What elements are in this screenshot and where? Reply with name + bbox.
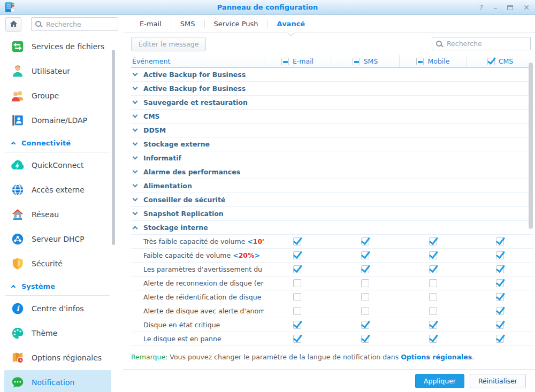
maximize-button[interactable] xyxy=(507,5,513,10)
checkbox-cell xyxy=(264,251,331,259)
checkbox-cms[interactable] xyxy=(496,335,504,343)
checkbox-sms[interactable] xyxy=(361,307,369,315)
checkbox-email[interactable] xyxy=(293,265,301,273)
sidebar-item-services-de-fichiers[interactable]: Services de fichiers xyxy=(4,34,111,59)
checkbox-cms[interactable] xyxy=(496,251,504,259)
home-button[interactable] xyxy=(5,17,21,32)
checkbox-mobile[interactable] xyxy=(429,335,437,343)
group-label: DDSM xyxy=(143,126,166,134)
edit-message-button[interactable]: Éditer le message xyxy=(131,37,206,51)
checkbox-indeterminate-icon[interactable] xyxy=(281,58,289,65)
sidebar-item-domaine-ldap[interactable]: Domaine/LDAP xyxy=(4,108,111,133)
checkbox-sms[interactable] xyxy=(361,251,369,259)
tab-e-mail[interactable]: E-mail xyxy=(131,15,170,33)
tab-service-push[interactable]: Service Push xyxy=(205,15,267,33)
column-header-sms[interactable]: SMS xyxy=(331,55,399,67)
reset-button[interactable]: Réinitialiser xyxy=(470,374,526,388)
group-row-snapshot-replication[interactable]: Snapshot Replication xyxy=(131,207,533,221)
regional-options-link[interactable]: Options régionales xyxy=(401,353,472,361)
column-header-event[interactable]: Événement xyxy=(131,57,264,65)
sidebar-item-quickconnect[interactable]: QuickConnect xyxy=(4,153,111,178)
help-button[interactable]: ? xyxy=(479,0,483,15)
group-row-informatif[interactable]: Informatif xyxy=(131,151,533,165)
sidebar-item-reseau[interactable]: Réseau xyxy=(4,202,111,227)
checkbox-sms[interactable] xyxy=(361,293,369,301)
checkbox-email[interactable] xyxy=(293,251,301,259)
checkbox-sms[interactable] xyxy=(361,237,369,245)
checkbox-email[interactable] xyxy=(293,321,301,329)
content-scrollbar-thumb[interactable] xyxy=(529,63,533,229)
threshold-bracket: < xyxy=(247,237,253,245)
event-label: Alerte de disque avec alerte d'anomal... xyxy=(131,307,264,315)
group-row-cms[interactable]: CMS xyxy=(131,110,533,124)
checkbox-sms[interactable] xyxy=(361,279,369,287)
checkbox-mobile[interactable] xyxy=(429,307,437,315)
tab-avance[interactable]: Avancé xyxy=(269,15,314,33)
group-row-stockage-interne[interactable]: Stockage interne xyxy=(131,221,533,235)
sidebar-item-securite[interactable]: Sécurité xyxy=(4,251,111,276)
apply-button[interactable]: Appliquer xyxy=(415,374,464,388)
checkbox-email[interactable] xyxy=(293,279,301,287)
checkbox-cms[interactable] xyxy=(496,237,504,245)
sidebar-item-notification[interactable]: Notification xyxy=(4,370,111,392)
checkbox-email[interactable] xyxy=(293,293,301,301)
column-header-e-mail[interactable]: E-mail xyxy=(264,55,331,67)
group-row-stockage-externe[interactable]: Stockage externe xyxy=(131,137,533,151)
group-row-active-backup-for-business[interactable]: Active Backup for Business xyxy=(131,82,533,96)
group-row-active-backup-for-business[interactable]: Active Backup for Business xyxy=(131,68,533,82)
group-row-conseiller-de-securite[interactable]: Conseiller de sécurité xyxy=(131,193,533,207)
checkbox-sms[interactable] xyxy=(361,335,369,343)
tab-sms[interactable]: SMS xyxy=(172,15,204,33)
checkbox-sms[interactable] xyxy=(361,321,369,329)
checkbox-mobile[interactable] xyxy=(429,237,437,245)
sidebar-item-serveur-dhcp[interactable]: Serveur DHCP xyxy=(4,227,111,251)
minimize-button[interactable]: – xyxy=(493,0,497,15)
sidebar-item-centre-d-infos[interactable]: iCentre d'infos xyxy=(4,296,111,321)
column-header-label: E-mail xyxy=(293,57,314,65)
checkbox-mobile[interactable] xyxy=(429,265,437,273)
checkbox-email[interactable] xyxy=(293,307,301,315)
checkbox-indeterminate-icon[interactable] xyxy=(353,58,360,65)
group-row-alarme-des-performances[interactable]: Alarme des performances xyxy=(131,165,533,179)
note-prefix: Remarque: xyxy=(131,353,167,361)
checkbox-checked-icon[interactable] xyxy=(487,58,495,65)
checkbox-mobile[interactable] xyxy=(429,293,437,301)
sidebar-item-options-regionales[interactable]: Options régionales xyxy=(4,345,111,370)
sidebar-section-connectivite[interactable]: Connectivité xyxy=(0,133,123,153)
toolbar: Éditer le message xyxy=(123,33,535,55)
checkbox-cms[interactable] xyxy=(496,307,504,315)
checkbox-mobile[interactable] xyxy=(429,251,437,259)
checkbox-cell xyxy=(264,335,331,343)
checkbox-cms[interactable] xyxy=(496,265,504,273)
sidebar-item-utilisateur[interactable]: Utilisateur xyxy=(4,59,111,83)
event-row: Alerte de disque avec alerte d'anomal... xyxy=(131,304,533,318)
checkbox-sms[interactable] xyxy=(361,265,369,273)
group-label: Stockage externe xyxy=(143,140,210,148)
group-row-sauvegarde-et-restauration[interactable]: Sauvegarde et restauration xyxy=(131,96,533,110)
checkbox-cms[interactable] xyxy=(496,321,504,329)
checkbox-cms[interactable] xyxy=(496,279,504,287)
chevron-down-icon xyxy=(133,141,138,146)
table-search-input[interactable] xyxy=(432,37,531,50)
checkbox-cell xyxy=(264,237,331,245)
group-row-ddsm[interactable]: DDSM xyxy=(131,124,533,137)
sidebar-section-systeme[interactable]: Système xyxy=(0,276,123,296)
sidebar-scrollbar-thumb[interactable] xyxy=(112,50,115,245)
column-header-mobile[interactable]: Mobile xyxy=(399,55,467,67)
sidebar-item-acces-externe[interactable]: Accès externe xyxy=(4,178,111,202)
close-button[interactable]: ✕ xyxy=(523,0,530,15)
column-header-cms[interactable]: CMS xyxy=(467,55,533,67)
sidebar-search-input[interactable] xyxy=(31,17,118,31)
checkbox-mobile[interactable] xyxy=(429,279,437,287)
sidebar-item-theme[interactable]: Thème xyxy=(4,321,111,345)
checkbox-cms[interactable] xyxy=(496,293,504,301)
checkbox-email[interactable] xyxy=(293,237,301,245)
checkbox-indeterminate-icon[interactable] xyxy=(416,58,424,65)
checkbox-mobile[interactable] xyxy=(429,321,437,329)
window-title: Panneau de configuration xyxy=(0,0,535,15)
sidebar-item-groupe[interactable]: Groupe xyxy=(4,83,111,108)
app-window-icon xyxy=(4,2,16,13)
group-row-alimentation[interactable]: Alimentation xyxy=(131,179,533,193)
checkbox-email[interactable] xyxy=(293,335,301,343)
checkbox-cell xyxy=(264,279,331,287)
